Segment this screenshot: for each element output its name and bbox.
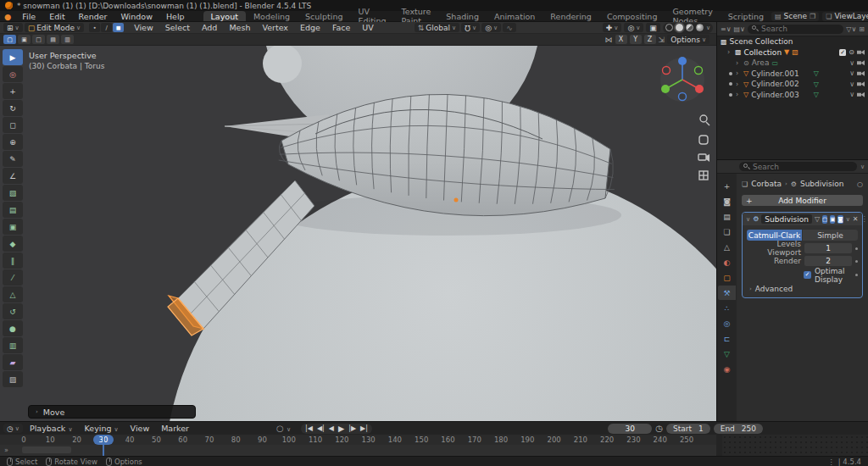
close-icon[interactable]: ✕ [853, 215, 859, 223]
options-dropdown[interactable]: Options ∨ [667, 35, 709, 44]
select-intersect-button[interactable]: ▥ [61, 35, 74, 44]
tab-rendering[interactable]: Rendering [542, 11, 599, 21]
tab-constraints[interactable]: ⊏ [718, 331, 736, 346]
outliner-row-collection[interactable]: › ▩ Collection ▼ ▧ ✓ ⊙ [717, 47, 868, 58]
tab-modifiers[interactable]: ⚒ [718, 286, 736, 300]
tool-poly-build[interactable]: △ [3, 286, 23, 302]
add-modifier-button[interactable]: + Add Modifier [742, 195, 863, 206]
jump-to-end-button[interactable]: ▶| [360, 424, 368, 432]
hidden-eye-icon[interactable]: ∨ [849, 69, 854, 77]
tool-transform[interactable]: ⊕ [3, 134, 23, 150]
pan-hand-icon[interactable] [699, 136, 708, 144]
hidden-eye-icon[interactable]: ∨ [849, 80, 854, 88]
tab-texture-paint[interactable]: Texture Paint [394, 11, 439, 21]
tool-move[interactable]: + [3, 83, 23, 99]
notification-icon[interactable]: ⋮ [827, 458, 835, 466]
menu-edge[interactable]: Edge [295, 23, 326, 32]
outliner-row-cylinder-001[interactable]: › ▽ Cylinder.001 ▽ ∨ [717, 69, 868, 80]
breadcrumb-modifier[interactable]: Subdivision [800, 180, 844, 188]
tab-shading[interactable]: Shading [438, 11, 487, 21]
breadcrumb-object[interactable]: Corbata [751, 180, 782, 188]
hidden-eye-icon[interactable]: ∨ [849, 91, 854, 98]
render-visibility-icon[interactable] [857, 50, 865, 55]
visibility-eye-icon[interactable]: ⊙ [849, 48, 854, 56]
tab-physics[interactable]: ◎ [718, 316, 736, 330]
tool-add-cube[interactable]: ▧ [3, 185, 23, 201]
simple-button[interactable]: Simple [803, 230, 858, 241]
menu-view[interactable]: View [129, 23, 159, 32]
menu-help[interactable]: Help [159, 11, 192, 21]
tab-geometry-nodes[interactable]: Geometry Nodes [665, 11, 720, 21]
auto-keying-toggle[interactable]: ○ ∨ [276, 424, 291, 433]
tab-modeling[interactable]: Modeling [246, 11, 298, 21]
proportional-edit-button[interactable]: ◎∨ [481, 23, 501, 32]
tool-rip-region[interactable]: ▨ [3, 371, 23, 387]
overlays-dropdown[interactable]: ◎∨ [624, 23, 643, 32]
render-display-toggle[interactable]: ◙ [837, 215, 843, 224]
tab-object-data[interactable]: ▽ [718, 347, 736, 361]
realtime-display-toggle[interactable]: ▣ [830, 215, 835, 224]
outliner-row-scene-collection[interactable]: ▩ Scene Collection [717, 36, 868, 47]
menu-playback[interactable]: Playback ∨ [25, 424, 78, 433]
menu-marker[interactable]: Marker [156, 424, 194, 433]
select-subtract-button[interactable]: □ [32, 35, 45, 44]
outliner-search-input[interactable]: Search [748, 25, 843, 34]
tab-tool[interactable]: + [718, 179, 736, 193]
tool-extrude-region[interactable]: ▤ [3, 202, 23, 218]
tool-inset-faces[interactable]: ▣ [3, 219, 23, 235]
tab-particles[interactable]: ∴ [718, 301, 736, 315]
outliner-display-mode-icon[interactable]: ▤∨ [734, 25, 745, 33]
keyframe-dot[interactable] [855, 260, 858, 263]
outliner-filter-type-icon[interactable]: ≡∨ [721, 25, 732, 33]
material-shading-button[interactable] [686, 24, 693, 31]
next-keyframe-button[interactable]: |▶ [348, 424, 356, 432]
tool-edge-slide[interactable]: ▥ [3, 337, 23, 353]
menu-select[interactable]: Select [160, 23, 195, 32]
menu-window[interactable]: Window [114, 11, 159, 21]
collection-checkbox[interactable]: ✓ [839, 49, 846, 56]
pin-icon[interactable]: ○ [857, 180, 863, 188]
menu-mesh[interactable]: Mesh [224, 23, 255, 32]
mirror-z-button[interactable]: Z [644, 35, 656, 44]
tab-sculpting[interactable]: Sculpting [298, 11, 350, 21]
jump-to-start-button[interactable]: |◀ [305, 424, 313, 432]
vertex-select-button[interactable]: ∙ [89, 23, 100, 32]
hidden-eye-icon[interactable]: ∨ [849, 59, 854, 67]
render-levels-field[interactable]: 2 [804, 256, 852, 266]
gizmo-y-neg[interactable] [695, 67, 703, 75]
tool-scale[interactable]: ◻ [3, 117, 23, 133]
solid-shading-button[interactable] [676, 24, 683, 31]
start-frame-field[interactable]: Start 1 [666, 424, 710, 434]
tool-bevel[interactable]: ◆ [3, 236, 23, 252]
falloff-dropdown[interactable]: ∿ [503, 23, 516, 32]
snap-base-icon[interactable]: ⇲ [659, 36, 665, 44]
playhead[interactable] [103, 435, 104, 456]
scene-selector[interactable]: ▤ Scene ❐ [771, 12, 819, 21]
tab-uv-editing[interactable]: UV Editing [350, 11, 393, 21]
editor-type-button[interactable]: ⊞∨ [3, 23, 23, 32]
current-frame-field[interactable]: 30 [608, 424, 652, 434]
expand-caret-icon[interactable]: › [36, 408, 38, 415]
tool-select-box[interactable]: ▶ [3, 49, 23, 65]
modifier-name-field[interactable]: Subdivision [761, 214, 812, 224]
xray-toggle[interactable]: ▣ [646, 23, 660, 32]
camera-view-icon[interactable] [698, 154, 709, 162]
play-button[interactable]: ▶ [338, 424, 344, 433]
select-extend-button[interactable]: ▣ [18, 35, 31, 44]
face-select-button[interactable]: ◼ [113, 23, 124, 32]
properties-search-input[interactable]: Search [739, 162, 857, 171]
tool-smooth[interactable]: ● [3, 320, 23, 336]
render-visibility-icon[interactable] [857, 60, 865, 65]
collapse-caret-icon[interactable]: ∨ [746, 216, 750, 223]
tab-compositing[interactable]: Compositing [599, 11, 665, 21]
tool-spin[interactable]: ↺ [3, 303, 23, 319]
navigation-gizmo[interactable] [660, 57, 704, 102]
blender-menu-icon[interactable]: ● [0, 11, 15, 21]
tool-measure[interactable]: ∠ [3, 168, 23, 184]
tab-material[interactable]: ◉ [718, 362, 736, 376]
new-collection-button[interactable]: ⊞ [859, 25, 865, 33]
stopwatch-icon[interactable]: ◷ [655, 424, 663, 433]
apply-on-spline-icon[interactable]: ▽ [815, 215, 820, 224]
tool-rotate[interactable]: ↻ [3, 100, 23, 116]
snap-dropdown[interactable]: Ω∨ [461, 23, 480, 32]
